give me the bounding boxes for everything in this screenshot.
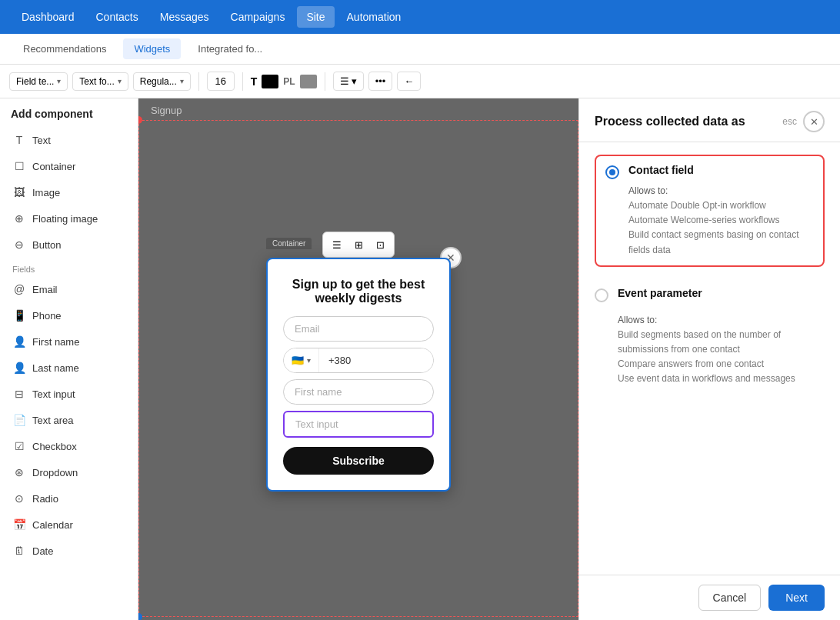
toolbar-divider-1: [198, 72, 199, 91]
widget-card: Sign up to get the best weekly digests 🇺…: [266, 258, 451, 492]
sidebar-item-calendar[interactable]: 📅 Calendar: [6, 512, 132, 537]
sidebar-item-first-name[interactable]: 👤 First name: [6, 329, 132, 354]
contact-allows-label: Allows to:: [628, 185, 814, 196]
sidebar-item-image[interactable]: 🖼 Image: [6, 180, 132, 205]
next-button[interactable]: Next: [768, 585, 825, 611]
more-icon: •••: [375, 75, 386, 87]
contact-desc-3: Build contact segments basing on contact…: [628, 228, 814, 257]
image-icon: 🖼: [12, 185, 26, 199]
contact-field-label: Contact field: [628, 164, 694, 176]
widget-toolbar-btn-1[interactable]: ☰: [328, 235, 346, 254]
text-icon: T: [251, 75, 258, 88]
contact-desc-1: Automate Double Opt-in workflow: [628, 198, 814, 213]
canvas-area: Signup Container ☰ ⊞ ⊡: [138, 98, 578, 620]
sidebar-item-container-label: Container: [32, 161, 75, 172]
sidebar-item-calendar-label: Calendar: [32, 519, 73, 531]
contact-field-option[interactable]: Contact field: [605, 164, 814, 179]
tabs-row: Recommendations Widgets Integrated fo...: [0, 34, 840, 65]
sidebar-item-email[interactable]: @ Email: [6, 277, 132, 302]
contact-field-radio[interactable]: [605, 165, 619, 179]
close-icon: ✕: [810, 116, 818, 128]
sidebar-item-first-name-label: First name: [32, 336, 79, 348]
text-color-box[interactable]: [262, 75, 278, 88]
widget-toolbar-icon-2: ⊞: [355, 239, 363, 251]
contact-desc-2: Automate Welcome-series workflows: [628, 213, 814, 228]
text-format-select[interactable]: Text fo... ▾: [72, 72, 128, 91]
phone-flag-selector[interactable]: 🇺🇦 ▾: [284, 348, 319, 372]
sidebar-item-floating-image-label: Floating image: [32, 213, 98, 225]
contact-field-desc: Automate Double Opt-in workflow Automate…: [628, 198, 814, 258]
sidebar-item-email-label: Email: [32, 284, 58, 295]
left-sidebar: Add component T Text ☐ Container 🖼 Image…: [0, 98, 138, 620]
sidebar-item-text-label: Text: [32, 135, 51, 146]
panel-close-btn[interactable]: ✕: [803, 111, 825, 132]
flag-emoji: 🇺🇦: [292, 355, 304, 366]
sidebar-item-last-name[interactable]: 👤 Last name: [6, 355, 132, 380]
nav-automation[interactable]: Automation: [338, 6, 411, 28]
nav-messages[interactable]: Messages: [151, 6, 218, 28]
sidebar-item-image-label: Image: [32, 187, 60, 198]
widget-toolbar-btn-2[interactable]: ⊞: [349, 235, 368, 254]
contact-field-allows: Allows to: Automate Double Opt-in workfl…: [605, 185, 814, 258]
nav-dashboard[interactable]: Dashboard: [12, 6, 84, 28]
sidebar-item-date[interactable]: 🗓 Date: [6, 538, 132, 563]
sidebar-item-checkbox-label: Checkbox: [32, 441, 77, 452]
widget-subscribe-btn[interactable]: Subscribe: [283, 447, 434, 475]
tab-widgets[interactable]: Widgets: [123, 38, 181, 59]
event-desc-1: Build segments based on the number of su…: [618, 328, 825, 357]
event-desc: Build segments based on the number of su…: [618, 328, 825, 387]
tab-integrated[interactable]: Integrated fo...: [187, 38, 273, 59]
nav-site[interactable]: Site: [297, 6, 334, 28]
sidebar-title: Add component: [6, 108, 132, 120]
widget-toolbar-btn-3[interactable]: ⊡: [371, 235, 389, 254]
event-desc-3: Use event data in workflows and messages: [618, 372, 825, 386]
sidebar-item-date-label: Date: [32, 545, 53, 557]
sidebar-item-dropdown[interactable]: ⊛ Dropdown: [6, 460, 132, 485]
tab-recommendations[interactable]: Recommendations: [12, 38, 117, 59]
flag-chevron: ▾: [307, 356, 311, 365]
widget-toolbar-icon-1: ☰: [332, 239, 342, 251]
toolbar-divider-3: [325, 72, 325, 91]
event-parameter-radio[interactable]: [595, 288, 608, 302]
widget-toolbar-icon-3: ⊡: [376, 239, 385, 251]
sidebar-item-floating-image[interactable]: ⊕ Floating image: [6, 206, 132, 231]
nav-campaigns[interactable]: Campaigns: [222, 6, 295, 28]
placeholder-color-box[interactable]: [300, 75, 317, 88]
sidebar-item-text[interactable]: T Text: [6, 128, 132, 152]
event-parameter-option[interactable]: Event parameter: [595, 279, 825, 310]
cancel-button[interactable]: Cancel: [698, 585, 762, 611]
sidebar-item-text-area-label: Text area: [32, 415, 73, 426]
style-label: Regula...: [140, 76, 177, 87]
fields-section-label: Fields: [6, 258, 132, 277]
text-area-icon: 📄: [12, 413, 26, 427]
right-panel-footer: Cancel Next: [579, 575, 840, 620]
field-type-chevron: ▾: [57, 77, 61, 85]
sidebar-item-text-input[interactable]: ⊟ Text input: [6, 382, 132, 406]
arrow-icon: ←: [404, 75, 414, 87]
date-icon: 🗓: [12, 544, 26, 558]
nav-contacts[interactable]: Contacts: [87, 6, 148, 28]
widget-email-input[interactable]: [283, 316, 434, 342]
text-icon: T: [12, 133, 26, 147]
esc-label: esc: [782, 116, 797, 127]
sidebar-item-phone[interactable]: 📱 Phone: [6, 303, 132, 328]
sidebar-item-radio[interactable]: ⊙ Radio: [6, 486, 132, 511]
sidebar-item-button[interactable]: ⊖ Button: [6, 232, 132, 257]
align-btn[interactable]: ☰ ▾: [333, 72, 364, 91]
more-btn[interactable]: •••: [368, 72, 393, 91]
phone-number-input[interactable]: [319, 348, 434, 372]
style-select[interactable]: Regula... ▾: [133, 72, 191, 91]
sidebar-item-container[interactable]: ☐ Container: [6, 154, 132, 178]
sidebar-item-checkbox[interactable]: ☑ Checkbox: [6, 434, 132, 458]
field-type-select[interactable]: Field te... ▾: [9, 72, 68, 91]
font-size-input[interactable]: [207, 72, 235, 91]
canvas-content: Container ☰ ⊞ ⊡ ✕ Sign: [138, 98, 578, 620]
arrow-btn[interactable]: ←: [397, 72, 421, 91]
widget-toolbar: ☰ ⊞ ⊡: [322, 232, 395, 258]
sidebar-item-text-area[interactable]: 📄 Text area: [6, 408, 132, 432]
widget-textinput-input[interactable]: [283, 411, 434, 438]
sidebar-item-dropdown-label: Dropdown: [32, 467, 78, 478]
right-panel: Process collected data as esc ✕ Contact …: [578, 98, 840, 620]
widget-wrapper: Container ☰ ⊞ ⊡ ✕ Sign: [266, 258, 451, 492]
widget-firstname-input[interactable]: [283, 379, 434, 405]
